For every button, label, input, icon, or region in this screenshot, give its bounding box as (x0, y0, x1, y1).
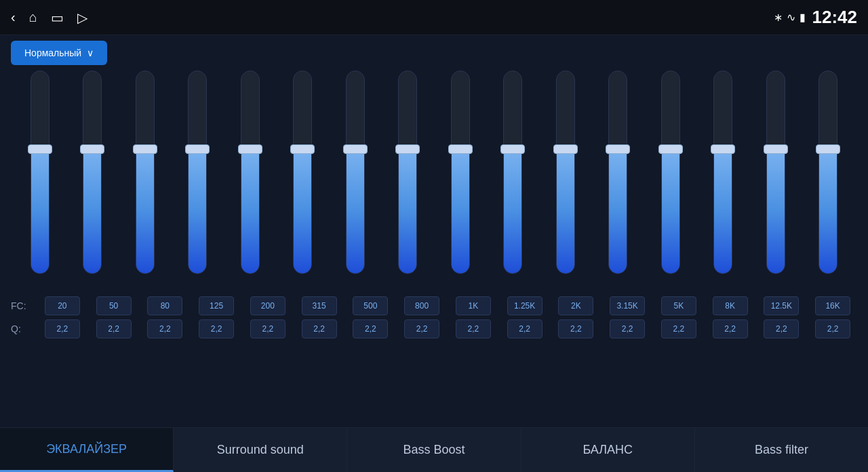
slider-track-0 (31, 71, 50, 274)
fc-btn-9[interactable]: 1.25K (507, 296, 542, 315)
slider-fill-12 (662, 148, 679, 273)
fc-btn-6[interactable]: 500 (353, 296, 388, 315)
fc-btn-14[interactable]: 12.5K (764, 296, 799, 315)
fc-btn-11[interactable]: 3.15K (610, 296, 645, 315)
q-btn-9[interactable]: 2,2 (507, 319, 542, 338)
slider-fill-13 (714, 148, 732, 273)
q-btn-7[interactable]: 2,2 (404, 319, 439, 338)
slider-fill-5 (294, 148, 311, 273)
q-btn-4[interactable]: 2,2 (250, 319, 285, 338)
slider-band-1[interactable] (72, 71, 113, 294)
fc-btn-4[interactable]: 200 (250, 296, 285, 315)
slider-handle-14[interactable] (764, 144, 788, 154)
slider-band-7[interactable] (387, 71, 428, 294)
tab-eq[interactable]: ЭКВАЛАЙЗЕР (0, 428, 174, 472)
slider-fill-8 (452, 148, 469, 273)
q-btn-14[interactable]: 2,2 (764, 319, 799, 338)
tab-balance[interactable]: БАЛАНС (521, 428, 695, 472)
slider-band-9[interactable] (492, 71, 533, 294)
q-btn-0[interactable]: 2,2 (45, 319, 80, 338)
slider-track-6 (346, 71, 365, 274)
window-icon[interactable]: ▭ (51, 9, 64, 26)
q-label: Q: (11, 323, 38, 334)
slider-handle-4[interactable] (238, 144, 262, 154)
slider-handle-2[interactable] (133, 144, 157, 154)
flag-icon[interactable]: ▷ (77, 9, 87, 26)
q-btn-12[interactable]: 2,2 (661, 319, 696, 338)
slider-fill-6 (347, 148, 364, 273)
slider-band-8[interactable] (440, 71, 481, 294)
q-btn-3[interactable]: 2,2 (199, 319, 234, 338)
slider-track-7 (398, 71, 417, 274)
slider-handle-11[interactable] (606, 144, 630, 154)
slider-handle-7[interactable] (395, 144, 420, 154)
fc-btn-2[interactable]: 80 (147, 296, 182, 315)
slider-band-14[interactable] (755, 71, 796, 294)
q-btn-10[interactable]: 2,2 (558, 319, 593, 338)
slider-band-10[interactable] (545, 71, 586, 294)
slider-fill-7 (399, 148, 416, 273)
back-icon[interactable]: ‹ (11, 9, 16, 25)
slider-handle-9[interactable] (500, 144, 525, 154)
slider-band-6[interactable] (335, 71, 376, 294)
main-content: Нормальный ∨ FC: 2050801252003155008001K… (0, 35, 868, 427)
slider-handle-6[interactable] (343, 144, 368, 154)
slider-band-15[interactable] (808, 71, 848, 294)
slider-band-12[interactable] (650, 71, 691, 294)
slider-band-5[interactable] (282, 71, 323, 294)
slider-handle-1[interactable] (80, 144, 104, 154)
slider-handle-13[interactable] (711, 144, 735, 154)
battery-icon: ▮ (800, 11, 806, 24)
slider-fill-0 (31, 148, 49, 273)
eq-area: FC: 2050801252003155008001K1.25K2K3.15K5… (11, 71, 857, 340)
slider-handle-10[interactable] (553, 144, 578, 154)
fc-btn-10[interactable]: 2K (558, 296, 593, 315)
fc-btn-3[interactable]: 125 (199, 296, 234, 315)
slider-band-3[interactable] (177, 71, 218, 294)
fc-btn-0[interactable]: 20 (45, 296, 80, 315)
q-btn-5[interactable]: 2,2 (302, 319, 337, 338)
tab-filter[interactable]: Bass filter (695, 428, 868, 472)
slider-band-11[interactable] (597, 71, 638, 294)
slider-band-2[interactable] (125, 71, 165, 294)
fc-btn-13[interactable]: 8K (713, 296, 748, 315)
preset-button[interactable]: Нормальный ∨ (11, 41, 107, 65)
clock: 12:42 (812, 7, 858, 28)
slider-track-4 (241, 71, 260, 274)
slider-fill-10 (557, 148, 574, 273)
fc-btn-7[interactable]: 800 (404, 296, 439, 315)
tab-surround[interactable]: Surround sound (174, 428, 347, 472)
slider-band-13[interactable] (703, 71, 743, 294)
slider-fill-14 (767, 148, 785, 273)
q-btn-13[interactable]: 2,2 (713, 319, 748, 338)
slider-track-10 (556, 71, 575, 274)
slider-handle-3[interactable] (185, 144, 210, 154)
slider-track-2 (136, 71, 155, 274)
q-btn-1[interactable]: 2,2 (96, 319, 132, 338)
slider-handle-12[interactable] (658, 144, 683, 154)
q-btn-6[interactable]: 2,2 (353, 319, 388, 338)
status-icons: ∗ ∿ ▮ (774, 11, 806, 24)
fc-btn-5[interactable]: 315 (302, 296, 337, 315)
fc-btn-1[interactable]: 50 (96, 296, 132, 315)
slider-fill-3 (189, 148, 206, 273)
slider-band-0[interactable] (20, 71, 60, 294)
fc-btn-15[interactable]: 16K (815, 296, 850, 315)
slider-handle-0[interactable] (28, 144, 52, 154)
tab-bass[interactable]: Bass Boost (347, 428, 521, 472)
slider-handle-15[interactable] (816, 144, 840, 154)
fc-btn-8[interactable]: 1K (456, 296, 491, 315)
home-icon[interactable]: ⌂ (29, 9, 37, 25)
q-btn-8[interactable]: 2,2 (456, 319, 491, 338)
slider-band-4[interactable] (230, 71, 271, 294)
slider-track-12 (661, 71, 680, 274)
q-btn-2[interactable]: 2,2 (147, 319, 182, 338)
bluetooth-icon: ∗ (774, 11, 783, 24)
q-btn-11[interactable]: 2,2 (610, 319, 645, 338)
q-btn-15[interactable]: 2,2 (815, 319, 850, 338)
fc-btn-12[interactable]: 5K (661, 296, 696, 315)
slider-track-3 (188, 71, 207, 274)
slider-handle-8[interactable] (448, 144, 473, 154)
slider-handle-5[interactable] (290, 144, 315, 154)
slider-track-15 (818, 71, 837, 274)
